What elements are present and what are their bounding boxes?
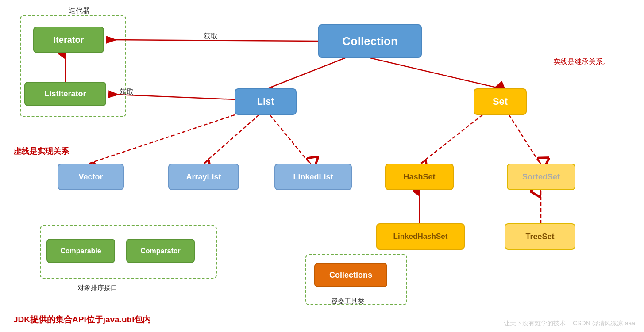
node-set: Set bbox=[474, 88, 527, 115]
node-comparator: Comparator bbox=[126, 239, 195, 263]
label-bottom: JDK提供的集合API位于java.util包内 bbox=[13, 314, 151, 325]
label-get-iterator: 获取 bbox=[204, 32, 218, 41]
svg-line-14 bbox=[509, 115, 540, 164]
watermark: 让天下没有难学的技术 CSDN @清风微凉 aaa bbox=[504, 320, 635, 328]
svg-line-13 bbox=[420, 115, 482, 164]
node-iterator: Iterator bbox=[33, 27, 104, 53]
node-sortedset: SortedSet bbox=[507, 164, 575, 190]
node-arraylist: ArrayList bbox=[168, 164, 239, 190]
node-comparable: Comparable bbox=[46, 239, 115, 263]
label-get-listiterator: 获取 bbox=[120, 88, 134, 97]
node-treeset: TreeSet bbox=[505, 223, 575, 250]
svg-line-9 bbox=[370, 58, 500, 88]
diagram-container: Collection List Set Iterator ListIterato… bbox=[0, 0, 644, 332]
svg-line-8 bbox=[268, 58, 345, 88]
label-iterator-group: 迭代器 bbox=[69, 6, 90, 15]
label-dashed-line: 虚线是实现关系 bbox=[13, 146, 69, 156]
label-solid-line: 实线是继承关系。 bbox=[553, 57, 610, 67]
node-linkedlist: LinkedList bbox=[274, 164, 352, 190]
node-list: List bbox=[235, 88, 297, 115]
node-hashset: HashSet bbox=[385, 164, 454, 190]
svg-line-11 bbox=[204, 115, 259, 164]
svg-line-12 bbox=[270, 115, 310, 164]
label-container-util: 容器工具类 bbox=[331, 297, 364, 305]
node-collections: Collections bbox=[314, 263, 387, 287]
node-collection: Collection bbox=[318, 24, 422, 58]
node-linkedhashset: LinkedHashSet bbox=[376, 223, 465, 250]
node-listiterator: ListIterator bbox=[24, 82, 106, 106]
node-vector: Vector bbox=[58, 164, 124, 190]
svg-line-10 bbox=[89, 115, 235, 164]
label-sort-interface: 对象排序接口 bbox=[77, 284, 117, 292]
